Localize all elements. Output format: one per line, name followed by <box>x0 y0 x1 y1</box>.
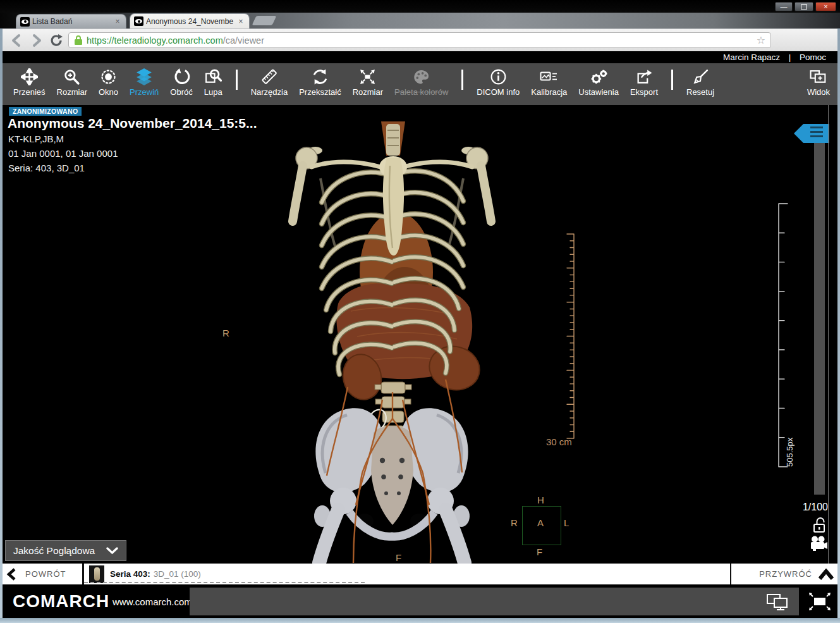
export-icon <box>635 67 653 86</box>
comarch-eye-favicon <box>134 16 143 26</box>
tool-export[interactable]: Eksport <box>630 67 658 101</box>
info-icon <box>490 67 507 86</box>
dicom-viewport[interactable]: ZANONIMIZOWANO Anonymous 24_November_201… <box>0 105 840 564</box>
chevron-up-icon <box>819 569 834 580</box>
tool-measure[interactable]: Narzędzia <box>251 67 288 101</box>
move-icon <box>21 67 38 86</box>
calibration-icon <box>540 67 559 86</box>
comarch-logo: COMARCH <box>13 584 109 618</box>
tool-settings[interactable]: Ustawienia <box>578 67 619 101</box>
ct-volume-render <box>288 121 496 564</box>
scale-ruler-cm <box>555 229 578 448</box>
panel-menu-icon <box>803 124 829 143</box>
viewer-toolbar: Przenieś Rozmiar Okno <box>0 63 840 105</box>
window-titlebar: Lista Badań × Anonymous 24_Novembe × — × <box>0 0 840 28</box>
bookmark-star-icon[interactable]: ☆ <box>757 34 765 46</box>
series-thumbnail[interactable] <box>89 565 104 583</box>
toolbar-divider <box>236 70 238 90</box>
tab-viewer[interactable]: Anonymous 24_Novembe × <box>130 13 250 28</box>
series-name-label: 3D_01 (100) <box>154 569 201 579</box>
tab-title: Lista Badań <box>32 17 111 26</box>
panel-arrow-icon <box>794 124 803 143</box>
back-button[interactable]: POWRÓT <box>0 564 82 584</box>
study-date-line: 01 Jan 0001, 01 Jan 0001 <box>8 148 118 159</box>
tool-magnifier[interactable]: Lupa <box>204 67 222 101</box>
comarch-eye-favicon <box>20 17 30 27</box>
ssl-lock-icon <box>74 35 83 46</box>
footer-panel <box>190 588 799 615</box>
minimize-button[interactable]: — <box>775 2 793 11</box>
address-bar[interactable]: https://teleradiology.comarch.com/ca/vie… <box>68 32 771 48</box>
user-bar: Marcin Rapacz | Pomoc <box>0 51 840 63</box>
series-selector[interactable]: Seria 403: 3D_01 (100) <box>84 564 730 584</box>
tool-calibration[interactable]: Kalibracja <box>531 67 567 101</box>
window-frame-left <box>0 28 3 618</box>
series-selected-underline <box>84 582 365 583</box>
footer-website: www.comarch.com <box>113 584 192 618</box>
window-frame-bottom <box>0 618 840 623</box>
tool-color-palette: Paleta kolorów <box>394 67 448 101</box>
patient-info-line: KT-KLP,JB,M <box>8 133 64 144</box>
zoom-in-icon <box>63 67 80 86</box>
series-info-line: Seria: 403, 3D_01 <box>8 163 85 173</box>
help-link[interactable]: Pomoc <box>800 52 826 62</box>
tool-dicom-info[interactable]: DICOM info <box>477 67 520 101</box>
resize-icon <box>359 67 376 86</box>
tool-window-level[interactable]: Okno <box>99 67 118 101</box>
tool-transform[interactable]: Przekształć <box>299 67 341 101</box>
tool-zoom[interactable]: Rozmiar <box>57 67 87 101</box>
quality-dropdown-label: Jakość Poglądowa <box>13 545 95 557</box>
forward-icon[interactable] <box>29 34 44 47</box>
back-icon[interactable] <box>9 34 24 47</box>
restore-button[interactable]: PRZYWRÓĆ <box>731 564 840 584</box>
cube-label-anterior: A <box>537 517 544 528</box>
series-bar: POWRÓT Seria 403: 3D_01 (100) PRZYWRÓĆ <box>0 564 840 584</box>
url-path-part: /ca/viewer <box>223 35 264 46</box>
image-page-indicator: 1/100 <box>793 502 828 513</box>
tool-scroll[interactable]: Przewiń <box>130 67 159 101</box>
anonymized-badge: ZANONIMIZOWANO <box>9 107 82 116</box>
side-panel-toggle[interactable] <box>794 124 829 143</box>
tab-study-list[interactable]: Lista Badań × <box>16 14 126 28</box>
series-thumbnail-bone <box>94 567 100 581</box>
image-scrollbar[interactable] <box>814 143 825 495</box>
settings-icon <box>590 67 608 86</box>
tool-rotate[interactable]: Obróć <box>170 67 192 101</box>
dual-monitor-icon[interactable] <box>766 593 789 611</box>
chevron-left-icon <box>6 568 16 581</box>
tool-layout[interactable]: Widok <box>807 67 830 101</box>
close-button[interactable]: × <box>815 2 836 11</box>
series-number-label: Seria 403: <box>110 569 150 579</box>
cine-camera-icon[interactable] <box>809 536 828 552</box>
orientation-marker-right: R <box>222 328 229 338</box>
tool-resize[interactable]: Rozmiar <box>353 67 383 101</box>
tab-close-icon[interactable]: × <box>113 17 122 26</box>
tool-move[interactable]: Przenieś <box>13 67 46 101</box>
window-frame-right <box>837 28 840 618</box>
fullscreen-button[interactable] <box>799 584 840 618</box>
footer: COMARCH www.comarch.com <box>0 584 840 618</box>
user-bar-divider: | <box>789 52 791 62</box>
magnifier-icon <box>205 67 222 86</box>
rotate-icon <box>173 67 190 86</box>
study-title: Anonymous 24_November_2014_15:5... <box>8 116 257 131</box>
tool-reset[interactable]: Resetuj <box>686 67 714 101</box>
tab-title: Anonymous 24_Novembe <box>146 17 234 26</box>
orientation-marker-foot: F <box>396 552 401 563</box>
reload-icon[interactable] <box>49 34 64 47</box>
quality-dropdown[interactable]: Jakość Poglądowa <box>5 540 126 561</box>
toolbar-divider <box>461 70 463 90</box>
tab-close-icon[interactable]: × <box>236 17 245 26</box>
browser-navbar: https://teleradiology.comarch.com/ca/vie… <box>0 28 840 51</box>
transform-icon <box>312 67 329 86</box>
window-level-icon <box>100 67 117 86</box>
cube-label-foot: F <box>537 546 542 557</box>
measurement-ruler-px-label: 505.5px <box>785 438 794 467</box>
unlock-icon[interactable] <box>812 516 827 533</box>
back-button-label: POWRÓT <box>25 569 66 579</box>
chevron-down-icon <box>106 547 118 555</box>
layout-icon <box>809 67 828 86</box>
ruler-icon <box>260 67 278 86</box>
maximize-button[interactable] <box>794 2 813 11</box>
reset-icon <box>692 67 709 86</box>
